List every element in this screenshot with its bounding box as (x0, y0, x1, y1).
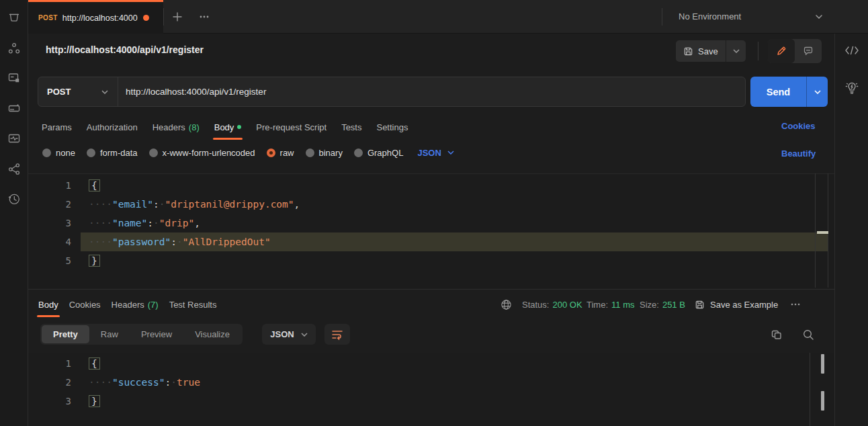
method-selector[interactable]: POST (38, 77, 118, 106)
body-format-selector[interactable]: JSON (417, 148, 453, 158)
view-raw[interactable]: Raw (89, 325, 130, 343)
code-line[interactable]: 2····"email":·"driptanil@drippy.com", (28, 195, 834, 214)
view-visualize[interactable]: Visualize (183, 325, 241, 343)
body-format-label: JSON (417, 148, 441, 158)
collections-icon[interactable] (7, 10, 21, 25)
tab-settings[interactable]: Settings (376, 116, 408, 138)
status-label: Status: (522, 300, 549, 310)
code-line[interactable]: 3} (28, 392, 834, 411)
send-options-chevron-icon[interactable] (806, 77, 828, 107)
code-line[interactable]: 3····"name":·"drip", (28, 214, 834, 232)
code-line[interactable]: 5} (28, 251, 834, 270)
response-scrollbar-mark[interactable] (821, 354, 824, 374)
request-body-editor[interactable]: 1{2····"email":·"driptanil@drippy.com",3… (28, 173, 834, 288)
beautify-link[interactable]: Beautify (781, 148, 816, 159)
url-input[interactable]: http://localhost:4000/api/v1/register (118, 87, 745, 97)
response-format-selector[interactable]: JSON (262, 324, 316, 345)
body-mode-row: none form-data x-www-form-urlencoded raw… (42, 144, 454, 161)
new-tab-icon[interactable] (169, 9, 185, 25)
status-value[interactable]: 200 OK (552, 300, 582, 310)
size-value[interactable]: 251 B (662, 300, 685, 310)
view-preview[interactable]: Preview (130, 325, 183, 343)
tab-authorization[interactable]: Authorization (87, 116, 138, 138)
code-content: } (75, 251, 100, 270)
cookies-link[interactable]: Cookies (781, 121, 816, 131)
tab-params[interactable]: Params (42, 116, 72, 138)
format-chevron-down-icon (447, 151, 454, 155)
url-bar: POST http://localhost:4000/api/v1/regist… (38, 77, 746, 107)
postman-window: POST http://localhost:4000 No Environmen… (0, 0, 868, 426)
editor-overview-ruler-line (815, 173, 816, 288)
copy-response-icon[interactable] (770, 328, 783, 341)
view-pretty[interactable]: Pretty (42, 325, 89, 343)
response-more-options-icon[interactable] (789, 294, 801, 315)
line-number: 2 (28, 373, 75, 392)
response-overview-ruler-line (810, 353, 810, 426)
save-button-label: Save (698, 46, 718, 56)
mode-raw[interactable]: raw (267, 148, 294, 158)
tab-pre-request-script[interactable]: Pre-request Script (256, 116, 327, 138)
top-bar: POST http://localhost:4000 No Environmen… (28, 0, 868, 34)
right-rail-divider (834, 34, 835, 426)
response-scrollbar-mark[interactable] (821, 391, 824, 411)
mode-form-data[interactable]: form-data (87, 148, 138, 158)
send-button[interactable]: Send (750, 77, 828, 107)
radio-icon (149, 148, 158, 157)
tab-headers[interactable]: Headers(8) (153, 116, 200, 138)
code-content: ····"email":·"driptanil@drippy.com", (75, 195, 300, 214)
wrap-text-icon (331, 329, 344, 341)
method-chevron-down-icon (101, 90, 108, 94)
response-format-chevron-down-icon (301, 333, 308, 337)
line-number: 1 (28, 354, 75, 373)
editor-overview-ruler-line (828, 173, 828, 288)
monitors-icon[interactable] (7, 131, 21, 146)
code-content: ····"name":·"drip", (75, 214, 200, 232)
request-tab[interactable]: POST http://localhost:4000 (28, 0, 163, 34)
network-globe-icon[interactable] (501, 294, 512, 315)
line-number: 4 (28, 232, 75, 251)
radio-icon (42, 148, 51, 157)
mode-x-www-form-urlencoded[interactable]: x-www-form-urlencoded (149, 148, 255, 158)
response-format-label: JSON (270, 329, 294, 339)
tab-url-label: http://localhost:4000 (62, 13, 138, 23)
wrap-text-button[interactable] (324, 324, 350, 345)
mock-servers-icon[interactable] (7, 101, 21, 116)
response-body-editor[interactable]: 1{2····"success":·true3} (28, 353, 834, 426)
environment-divider (662, 8, 662, 26)
tab-tests[interactable]: Tests (341, 116, 361, 138)
save-button[interactable]: Save (676, 40, 746, 62)
unsaved-changes-dot (143, 15, 149, 21)
comments-button[interactable] (795, 39, 822, 63)
save-as-example-button[interactable]: Save as Example (695, 294, 778, 315)
code-snippet-icon[interactable] (844, 43, 860, 58)
time-value[interactable]: 11 ms (611, 300, 634, 310)
environment-chevron-down-icon[interactable] (814, 12, 824, 22)
code-content: } (75, 392, 100, 411)
code-line[interactable]: 2····"success":·true (28, 373, 834, 392)
more-tabs-icon[interactable] (196, 9, 212, 25)
title-row-divider (758, 42, 758, 60)
line-number: 2 (28, 195, 75, 214)
edit-mode-button[interactable] (768, 39, 795, 63)
code-line-current[interactable]: 4····"password":·"AllDrippedOut" (28, 232, 834, 251)
history-icon[interactable] (7, 191, 21, 206)
flows-icon[interactable] (7, 161, 21, 176)
environment-selector[interactable]: No Environment (679, 11, 741, 22)
tab-body[interactable]: Body (214, 116, 242, 138)
save-icon (683, 46, 693, 56)
mode-binary[interactable]: binary (306, 148, 343, 158)
code-line[interactable]: 1{ (28, 176, 834, 195)
mode-graphql[interactable]: GraphQL (354, 148, 403, 158)
request-response-divider[interactable] (28, 289, 834, 290)
method-label: POST (47, 87, 71, 97)
search-response-icon[interactable] (801, 327, 816, 342)
apis-icon[interactable] (7, 41, 21, 56)
postbot-lightbulb-icon[interactable] (844, 80, 860, 96)
response-view-switcher: Pretty Raw Preview Visualize (40, 324, 243, 345)
mode-none[interactable]: none (42, 148, 75, 158)
time-label: Time: (587, 300, 608, 310)
code-line[interactable]: 1{ (28, 354, 834, 373)
environments-icon[interactable] (7, 71, 21, 85)
tab-method-label: POST (38, 14, 58, 22)
save-options-chevron-icon[interactable] (726, 40, 746, 62)
